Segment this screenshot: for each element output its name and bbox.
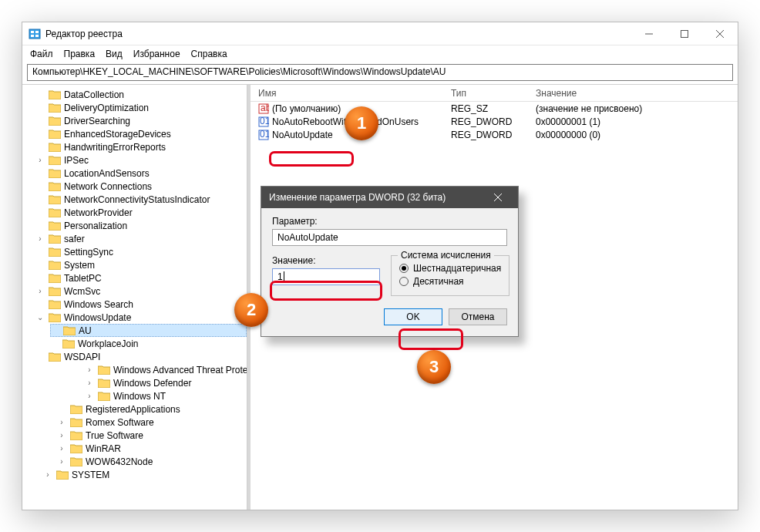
- dialog-close-button[interactable]: [483, 187, 513, 208]
- tree-item[interactable]: EnhancedStorageDevices: [36, 127, 247, 140]
- svg-rect-3: [35, 31, 39, 33]
- tree-item[interactable]: TabletPC: [36, 271, 247, 285]
- param-value: NoAutoUpdate: [272, 229, 507, 246]
- tree-item[interactable]: ›WOW6432Node: [58, 455, 247, 468]
- tree-item[interactable]: ›Windows Defender: [86, 376, 247, 389]
- svg-rect-0: [29, 29, 40, 39]
- tree-item[interactable]: ›WcmSvc: [36, 285, 247, 298]
- value-row[interactable]: ab(По умолчанию)REG_SZ(значение не присв…: [251, 102, 738, 115]
- tree-item[interactable]: ›Romex Software: [58, 416, 247, 429]
- base-legend: Система исчисления: [398, 250, 494, 261]
- tree-item[interactable]: NetworkConnectivityStatusIndicator: [36, 193, 247, 206]
- tree-item[interactable]: Network Connections: [36, 180, 247, 193]
- titlebar: Редактор реестра: [22, 22, 738, 45]
- tree-item[interactable]: WorkplaceJoin: [50, 337, 247, 350]
- radio-dec[interactable]: Десятичная: [399, 276, 501, 287]
- minimize-button[interactable]: [631, 22, 667, 45]
- menu-edit[interactable]: Правка: [64, 49, 96, 59]
- address-bar[interactable]: Компьютер\HKEY_LOCAL_MACHINE\SOFTWARE\Po…: [27, 64, 733, 81]
- tree-item[interactable]: ›WinRAR: [58, 442, 247, 455]
- tree-item[interactable]: DataCollection: [36, 88, 247, 101]
- base-group: Система исчисления Шестнадцатеричная Дес…: [391, 255, 509, 296]
- tree-item[interactable]: SettingSync: [36, 245, 247, 258]
- svg-rect-4: [35, 35, 39, 37]
- tree-item[interactable]: WSDAPI: [36, 350, 247, 363]
- param-label: Параметр:: [272, 216, 507, 227]
- callout-2: 2: [234, 293, 268, 327]
- callout-3: 3: [417, 350, 451, 384]
- menu-fav[interactable]: Избранное: [133, 49, 180, 59]
- cancel-button[interactable]: Отмена: [449, 308, 507, 325]
- tree-item[interactable]: ›Windows Advanced Threat Protection: [86, 363, 247, 376]
- window-title: Редактор реестра: [45, 29, 631, 39]
- close-button[interactable]: [702, 22, 738, 45]
- svg-rect-1: [31, 31, 34, 33]
- menu-file[interactable]: Файл: [30, 49, 53, 59]
- menu-help[interactable]: Справка: [191, 49, 227, 59]
- regedit-icon: [29, 28, 41, 40]
- tree-item[interactable]: HandwritingErrorReports: [36, 140, 247, 153]
- tree-item[interactable]: Windows Search: [36, 298, 247, 311]
- menubar: Файл Правка Вид Избранное Справка: [22, 45, 738, 62]
- tree-item[interactable]: ›SYSTEM: [44, 468, 247, 481]
- tree-item[interactable]: DeliveryOptimization: [36, 101, 247, 114]
- tree-item[interactable]: ›Windows NT: [86, 389, 247, 402]
- maximize-button[interactable]: [667, 22, 702, 45]
- radio-hex[interactable]: Шестнадцатеричная: [399, 263, 501, 274]
- menu-view[interactable]: Вид: [106, 49, 123, 59]
- list-header: Имя Тип Значение: [251, 85, 738, 102]
- tree-item[interactable]: DriverSearching: [36, 114, 247, 127]
- col-value[interactable]: Значение: [528, 85, 738, 101]
- callout-1: 1: [345, 106, 378, 140]
- ok-button[interactable]: OK: [384, 308, 442, 325]
- svg-rect-5: [681, 30, 688, 37]
- tree-item[interactable]: ›True Software: [58, 429, 247, 442]
- tree-pane[interactable]: DataCollectionDeliveryOptimizationDriver…: [22, 85, 247, 510]
- tree-item[interactable]: ›safer: [36, 232, 247, 245]
- tree-item[interactable]: NetworkProvider: [36, 206, 247, 219]
- value-row[interactable]: 011NoAutoUpdateREG_DWORD0x00000000 (0): [251, 128, 738, 141]
- tree-item[interactable]: ⌄WindowsUpdate: [36, 311, 247, 324]
- value-input[interactable]: 1: [272, 268, 380, 285]
- value-row[interactable]: 011NoAutoRebootWithLoggedOnUsersREG_DWOR…: [251, 115, 738, 128]
- col-name[interactable]: Имя: [251, 85, 443, 101]
- tree-item[interactable]: ›IPSec: [36, 153, 247, 167]
- tree-item[interactable]: System: [36, 258, 247, 271]
- tree-item[interactable]: LocationAndSensors: [36, 167, 247, 180]
- svg-text:ab: ab: [261, 103, 269, 113]
- tree-item[interactable]: Personalization: [36, 219, 247, 232]
- tree-item[interactable]: RegisteredApplications: [58, 402, 247, 416]
- edit-dword-dialog: Изменение параметра DWORD (32 бита) Пара…: [261, 186, 519, 337]
- col-type[interactable]: Тип: [443, 85, 528, 101]
- svg-text:011: 011: [260, 116, 269, 126]
- tree-item[interactable]: AU: [50, 324, 247, 337]
- svg-rect-2: [31, 35, 34, 37]
- svg-text:011: 011: [260, 130, 269, 140]
- dialog-title: Изменение параметра DWORD (32 бита): [269, 192, 483, 203]
- value-label: Значение:: [272, 255, 380, 266]
